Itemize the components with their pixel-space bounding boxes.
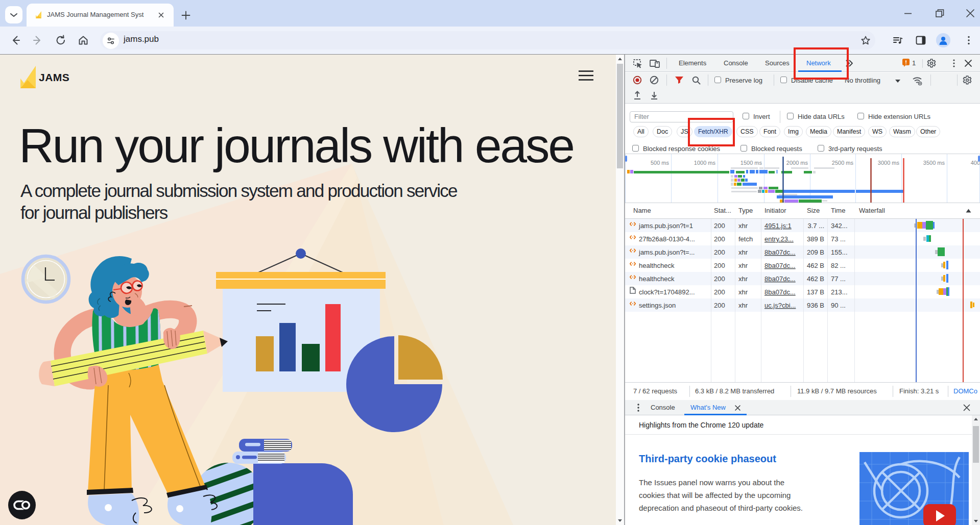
svg-text:entry.23...: entry.23... <box>764 235 794 243</box>
svg-text:200: 200 <box>714 288 725 296</box>
svg-text:8ba07dc...: 8ba07dc... <box>764 275 796 283</box>
svg-text:8ba07dc...: 8ba07dc... <box>764 288 796 296</box>
svg-text:500 ms: 500 ms <box>651 160 670 166</box>
svg-text:342...: 342... <box>831 222 848 230</box>
svg-text:fetch: fetch <box>738 235 753 243</box>
svg-text:jams.pub.json?t=...: jams.pub.json?t=... <box>638 248 695 256</box>
svg-text:xhr: xhr <box>738 288 748 296</box>
svg-text:462 B: 462 B <box>807 262 824 269</box>
svg-text:4951.js:1: 4951.js:1 <box>764 222 792 230</box>
svg-text:200: 200 <box>714 248 725 256</box>
svg-text:xhr: xhr <box>738 302 748 309</box>
svg-text:settings.json: settings.json <box>639 302 676 309</box>
svg-text:155...: 155... <box>831 248 848 256</box>
svg-text:82 ...: 82 ... <box>831 262 846 269</box>
svg-text:200: 200 <box>714 302 725 309</box>
svg-text:jams.pub.json?t=1: jams.pub.json?t=1 <box>638 222 693 230</box>
svg-text:200: 200 <box>714 235 725 243</box>
svg-text:73 ...: 73 ... <box>831 235 846 243</box>
svg-text:clock?t=1704892...: clock?t=1704892... <box>639 288 695 296</box>
svg-text:389 B: 389 B <box>807 235 824 243</box>
svg-text:200: 200 <box>714 275 725 283</box>
svg-text:uc.js?cbi...: uc.js?cbi... <box>764 302 796 309</box>
svg-text:213...: 213... <box>831 288 848 296</box>
svg-text:462 B: 462 B <box>807 275 824 283</box>
svg-text:8ba07dc...: 8ba07dc... <box>764 248 796 256</box>
svg-text:8ba07dc...: 8ba07dc... <box>764 262 796 269</box>
svg-text:200: 200 <box>714 222 725 230</box>
svg-text:200: 200 <box>714 262 725 269</box>
svg-text:xhr: xhr <box>738 262 748 269</box>
svg-text:3.7 ...: 3.7 ... <box>807 222 824 230</box>
svg-text:137 B: 137 B <box>807 288 824 296</box>
svg-text:xhr: xhr <box>738 275 748 283</box>
svg-text:936 B: 936 B <box>807 302 824 309</box>
svg-text:1500 ms: 1500 ms <box>740 160 762 166</box>
svg-text:90 ...: 90 ... <box>831 302 846 309</box>
svg-text:healthcheck: healthcheck <box>639 275 675 283</box>
svg-text:healthcheck: healthcheck <box>639 262 675 269</box>
svg-text:3500 ms: 3500 ms <box>923 160 945 166</box>
svg-text:1000 ms: 1000 ms <box>694 160 716 166</box>
svg-text:2000 ms: 2000 ms <box>786 160 808 166</box>
svg-text:3000 ms: 3000 ms <box>878 160 900 166</box>
svg-text:xhr: xhr <box>738 222 748 230</box>
svg-text:209 B: 209 B <box>807 248 824 256</box>
svg-text:xhr: xhr <box>738 248 748 256</box>
svg-text:77 ...: 77 ... <box>831 275 846 283</box>
svg-text:27fb26a8-0130-4...: 27fb26a8-0130-4... <box>639 235 695 243</box>
svg-text:2500 ms: 2500 ms <box>832 160 854 166</box>
